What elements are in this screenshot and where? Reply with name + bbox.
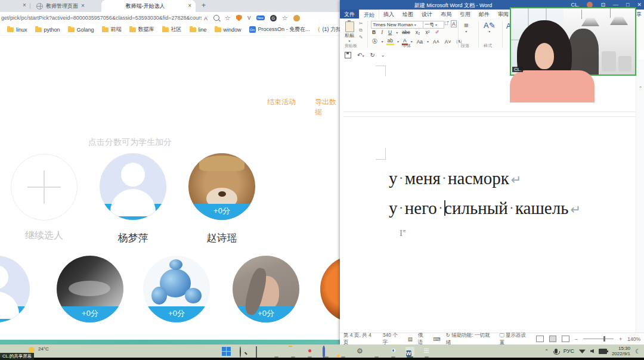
task-view-icon[interactable] (255, 347, 264, 356)
shrink-font-button[interactable]: A˅ (444, 39, 453, 45)
page-indicator[interactable]: 第 4 页, 共 4 页 (343, 332, 377, 346)
print-layout-icon[interactable] (549, 336, 557, 342)
display-settings[interactable]: 🖵 显示器设置 (500, 332, 531, 346)
g-extension-icon[interactable]: G (270, 15, 277, 21)
redo-icon[interactable]: ↻ (370, 52, 374, 58)
accessibility-status[interactable]: ↻ 辅助功能: 一切就绪 (446, 332, 494, 346)
profile-icon[interactable] (293, 15, 300, 21)
search-icon[interactable] (239, 347, 247, 356)
enclose-char-icon[interactable]: A (451, 20, 457, 27)
notes-app-icon[interactable] (339, 347, 348, 356)
student-avatar[interactable]: +0分 (100, 153, 166, 220)
language-indicator[interactable]: 俄语 (418, 332, 428, 346)
docs-app-icon[interactable] (422, 347, 431, 356)
bold-button[interactable]: B (371, 29, 377, 35)
keyboard-icon[interactable]: ⌨ (433, 336, 440, 342)
tab-mailings[interactable]: 邮件 (475, 10, 494, 18)
student-avatar[interactable]: +0分 (0, 256, 30, 322)
input-language[interactable]: РУС (564, 348, 574, 354)
v-extension-icon[interactable]: V (247, 15, 251, 21)
score-badge[interactable]: +0分 (100, 204, 166, 220)
font-name-select[interactable]: Times New Roman▾ (371, 21, 425, 29)
phonetic-guide-icon[interactable]: 字̌ (443, 20, 449, 26)
word-taskbar-icon[interactable]: W (405, 347, 414, 356)
strikethrough-button[interactable]: abc (401, 29, 411, 35)
format-painter-icon[interactable]: ✎ (359, 35, 363, 40)
notification-moon-icon[interactable]: ☾ (635, 348, 640, 355)
zoom-slider[interactable] (583, 339, 614, 339)
continue-pick-button[interactable] (11, 154, 78, 221)
clock[interactable]: 15:30 2022/9/1 (612, 346, 630, 356)
webcam-overlay[interactable]: CL. (510, 7, 636, 76)
address-bar[interactable]: get/pick/pc/startPick?activeid=800003595… (1, 15, 202, 21)
bookmark-item[interactable]: window (215, 27, 242, 33)
end-activity-link[interactable]: 结束活动 (267, 97, 296, 107)
customize-qat-icon[interactable]: ⌄ (381, 52, 385, 58)
tray-chevron-up-icon[interactable]: ⌃ (544, 349, 549, 354)
favorites-add-icon[interactable]: ☆ (282, 14, 288, 22)
copy-icon[interactable]: ⧉ (359, 27, 363, 33)
score-badge[interactable]: +0分 (143, 306, 210, 322)
bookmark-item[interactable]: Golang (68, 27, 94, 33)
student-avatar[interactable]: +0分 (143, 256, 210, 322)
tab-close-icon[interactable]: × (23, 2, 26, 8)
bookmark-item[interactable]: 前端 (102, 26, 122, 33)
student-avatar[interactable]: +0分 (233, 256, 299, 322)
web-layout-icon[interactable] (562, 336, 569, 342)
tab-design[interactable]: 设计 (417, 10, 436, 18)
cut-icon[interactable]: ✂ (359, 21, 363, 26)
export-data-link[interactable]: 导出数据 (315, 97, 340, 117)
zoom-in-button[interactable]: + (619, 336, 622, 342)
tab-references[interactable]: 引用 (456, 10, 475, 18)
bookmark-item[interactable]: 社区 (162, 26, 182, 33)
document-area[interactable]: у·меня·насморк↵ у·него·сильный·кашель↵ I… (340, 60, 644, 333)
font-size-select[interactable]: 一号▾ (423, 21, 444, 29)
tab-start-pick[interactable]: 教师端-开始选人 × (101, 0, 196, 12)
tab-home[interactable]: 开始 (359, 10, 379, 18)
weather-temp[interactable]: 24°C (38, 346, 49, 352)
tab-insert[interactable]: 插入 (379, 10, 398, 18)
superscript-button[interactable]: x² (424, 29, 431, 35)
green-app-icon[interactable] (372, 347, 381, 356)
undo-icon[interactable]: ↶▾ (357, 52, 364, 58)
save-icon[interactable] (345, 52, 351, 58)
bookmark-item[interactable]: line (190, 27, 207, 33)
volume-icon[interactable] (590, 349, 594, 353)
paste-button[interactable]: 粘贴 ▾ (345, 21, 354, 43)
highlight-color-button[interactable]: ab (386, 38, 394, 45)
change-case-button[interactable]: Aa (416, 39, 424, 45)
score-badge[interactable]: +0分 (0, 306, 30, 322)
zoom-slider-knob[interactable] (603, 336, 605, 342)
new-tab-icon[interactable]: + (202, 1, 206, 10)
underline-button[interactable]: U (387, 29, 393, 35)
tab-close-icon[interactable]: × (188, 3, 191, 9)
text-highlight-outline-icon[interactable]: Ⓐ (371, 38, 379, 45)
student-avatar[interactable]: +0分 (57, 256, 123, 322)
bookmark-item[interactable]: linux (7, 27, 27, 33)
bookmark-item[interactable]: 数据库 (129, 26, 154, 33)
tab-file[interactable]: 文件 (340, 10, 359, 18)
word-count[interactable]: 340 个字 (383, 332, 402, 346)
battery-icon[interactable] (599, 349, 607, 354)
edge-icon[interactable] (272, 347, 281, 356)
close-icon[interactable]: ✕ (637, 2, 642, 8)
file-explorer-icon[interactable] (289, 347, 298, 356)
media-app-icon[interactable] (322, 347, 331, 356)
doc-line-1[interactable]: у·меня·насморк↵ (389, 169, 521, 188)
bookmark-star-icon[interactable]: ☆ (225, 14, 231, 22)
tab-teacher-admin[interactable]: 教师管理页面 × (32, 0, 99, 12)
weather-icon[interactable] (29, 347, 35, 353)
styles-button[interactable]: A✎ ▾ (484, 21, 496, 33)
score-badge[interactable]: +0分 (57, 306, 123, 322)
read-mode-icon[interactable] (536, 336, 544, 342)
shield-extension-icon[interactable] (236, 15, 242, 21)
doc-line-2[interactable]: у·него·сильный·кашель↵ (389, 198, 581, 218)
settings-icon[interactable]: ⚙ (355, 347, 364, 356)
screen-recorder-icon[interactable] (305, 347, 314, 356)
microphone-icon[interactable] (555, 349, 558, 353)
zoom-out-button[interactable]: − (575, 336, 578, 342)
scrollbar[interactable]: ⌃ (636, 60, 644, 333)
grow-font-button[interactable]: A˄ (432, 39, 441, 45)
score-badge[interactable]: +0分 (188, 204, 255, 220)
italic-button[interactable]: I (380, 29, 384, 35)
